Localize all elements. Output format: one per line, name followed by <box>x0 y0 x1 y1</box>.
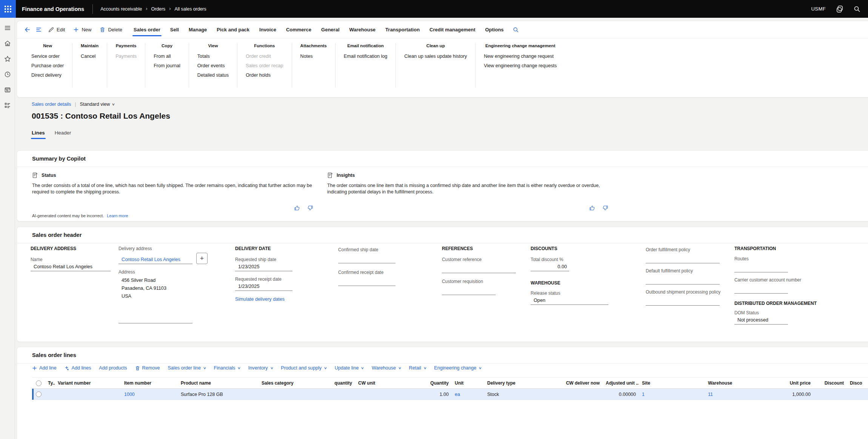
financials-menu[interactable]: Financials∨ <box>214 365 240 371</box>
tab-general[interactable]: General <box>316 21 344 38</box>
column-header-site[interactable]: Site <box>639 378 705 388</box>
workspace-icon[interactable] <box>3 85 12 95</box>
column-header-cw-quantity[interactable]: CW quantity <box>334 378 355 388</box>
sales-order-line-menu[interactable]: Sales order line∨ <box>168 365 206 371</box>
thumbs-down-icon[interactable] <box>307 205 313 211</box>
row-select-radio[interactable] <box>36 391 42 397</box>
tab-invoice[interactable]: Invoice <box>254 21 281 38</box>
total-discount-field[interactable]: 0.00 <box>531 263 569 271</box>
simulate-delivery-dates-link[interactable]: Simulate delivery dates <box>235 297 329 302</box>
inventory-menu[interactable]: Inventory∨ <box>248 365 273 371</box>
thumbs-down-icon[interactable] <box>602 205 608 211</box>
customer-requisition-field[interactable] <box>442 286 496 295</box>
breadcrumb-all-sales-orders[interactable]: All sales orders <box>175 6 206 12</box>
from-all-button[interactable]: From all <box>154 52 180 61</box>
product-and-supply-menu[interactable]: Product and supply∨ <box>281 365 326 371</box>
customer-reference-field[interactable] <box>442 264 516 273</box>
table-row[interactable]: 1000 Surface Pro 128 GB 1.00 ea Stock 0.… <box>32 389 868 400</box>
outbound-shipment-processing-policy-field[interactable] <box>646 297 720 306</box>
column-header-warehouse[interactable]: Warehouse <box>705 378 780 388</box>
warehouse-menu[interactable]: Warehouse∨ <box>372 365 401 371</box>
delivery-address-field[interactable]: Contoso Retail Los Angeles <box>119 256 192 264</box>
column-header-adjusted-unit[interactable]: Adjusted unit ... <box>603 378 639 388</box>
add-products-button[interactable]: Add products <box>99 365 127 371</box>
order-events-button[interactable]: Order events <box>197 61 229 71</box>
release-status-field[interactable]: Open <box>531 297 608 305</box>
add-lines-button[interactable]: Add lines <box>65 365 91 371</box>
detailed-status-button[interactable]: Detailed status <box>197 71 229 80</box>
app-bar-icon[interactable] <box>33 21 44 38</box>
confirmed-ship-date-field[interactable] <box>338 255 396 263</box>
tab-sales-order[interactable]: Sales order <box>129 21 165 38</box>
from-journal-button[interactable]: From journal <box>154 61 180 71</box>
tab-lines[interactable]: Lines <box>32 130 45 139</box>
column-header-delivery-type[interactable]: Delivery type <box>484 378 541 388</box>
column-header-discount[interactable]: Discount <box>814 378 847 388</box>
email-notification-log-button[interactable]: Email notification log <box>344 52 388 61</box>
new-button[interactable]: New <box>69 21 95 38</box>
modules-list-icon[interactable] <box>3 100 12 110</box>
column-header-product-name[interactable]: Product name <box>178 378 259 388</box>
company-badge[interactable]: USMF <box>811 6 826 12</box>
sales-order-details-link[interactable]: Sales order details <box>32 102 71 107</box>
column-header-type[interactable]: Ty... <box>45 378 55 388</box>
confirmed-receipt-date-field[interactable] <box>338 277 396 286</box>
search-icon[interactable] <box>854 6 860 12</box>
retail-menu[interactable]: Retail∨ <box>409 365 426 371</box>
copilot-icon[interactable] <box>836 5 844 13</box>
column-header-unit[interactable]: Unit <box>452 378 484 388</box>
thumbs-up-icon[interactable] <box>589 205 596 211</box>
view-engineering-change-requests-button[interactable]: View engineering change requests <box>484 61 557 71</box>
breadcrumb-accounts-receivable[interactable]: Accounts receivable <box>100 6 142 12</box>
default-fulfillment-policy-field[interactable] <box>646 276 720 284</box>
column-header-discount-percent[interactable]: Disco <box>847 378 868 388</box>
dom-status-field[interactable]: Not processed <box>734 316 788 325</box>
item-number-link[interactable]: 1000 <box>124 392 135 397</box>
empty-field[interactable] <box>119 315 192 323</box>
column-header-variant-number[interactable]: Variant number <box>55 378 121 388</box>
unit-link[interactable]: ea <box>455 392 460 397</box>
new-engineering-change-request-button[interactable]: New engineering change request <box>484 52 557 61</box>
home-icon[interactable] <box>3 39 12 48</box>
update-line-menu[interactable]: Update line∨ <box>335 365 364 371</box>
view-selector[interactable]: Standard view ∨ <box>80 102 115 107</box>
ribbon-search-icon[interactable] <box>510 21 522 38</box>
delete-button[interactable]: Delete <box>95 21 126 38</box>
tab-commerce[interactable]: Commerce <box>281 21 316 38</box>
column-header-cw-deliver-now[interactable]: CW deliver now <box>541 378 603 388</box>
purchase-order-button[interactable]: Purchase order <box>31 61 64 71</box>
notes-button[interactable]: Notes <box>300 52 327 61</box>
service-order-button[interactable]: Service order <box>31 52 64 61</box>
tab-options[interactable]: Options <box>480 21 508 38</box>
column-header-unit-price[interactable]: Unit price <box>780 378 814 388</box>
column-header-quantity[interactable]: Quantity <box>380 378 452 388</box>
name-field[interactable]: Contoso Retail Los Angeles <box>31 263 111 271</box>
requested-receipt-date-field[interactable]: 1/23/2025 <box>235 283 292 291</box>
breadcrumb-orders[interactable]: Orders <box>151 6 166 12</box>
clean-up-sales-update-history-button[interactable]: Clean up sales update history <box>404 52 467 61</box>
column-header-cw-unit[interactable]: CW unit <box>355 378 380 388</box>
engineering-change-menu[interactable]: Engineering change∨ <box>434 365 482 371</box>
column-header-item-number[interactable]: Item number <box>121 378 178 388</box>
tab-credit-management[interactable]: Credit management <box>425 21 480 38</box>
edit-button[interactable]: Edit <box>44 21 69 38</box>
menu-icon[interactable] <box>3 23 12 33</box>
remove-button[interactable]: Remove <box>135 365 160 371</box>
tab-sell[interactable]: Sell <box>165 21 184 38</box>
carrier-customer-account-number-field[interactable] <box>734 285 788 294</box>
requested-ship-date-field[interactable]: 1/23/2025 <box>235 263 292 271</box>
add-address-button[interactable]: + <box>196 253 208 264</box>
recent-clock-icon[interactable] <box>3 70 12 79</box>
tab-header[interactable]: Header <box>55 130 71 139</box>
tab-transportation[interactable]: Transportation <box>380 21 425 38</box>
tab-warehouse[interactable]: Warehouse <box>345 21 381 38</box>
order-holds-button[interactable]: Order holds <box>246 71 283 80</box>
site-link[interactable]: 1 <box>642 392 645 397</box>
add-line-button[interactable]: Add line <box>32 365 57 371</box>
learn-more-link[interactable]: Learn more <box>107 213 128 218</box>
warehouse-link[interactable]: 11 <box>708 392 713 397</box>
cancel-button[interactable]: Cancel <box>81 52 98 61</box>
favorites-star-icon[interactable] <box>3 54 12 64</box>
apps-launcher-icon[interactable] <box>0 0 16 18</box>
order-fulfillment-policy-field[interactable] <box>646 255 720 263</box>
